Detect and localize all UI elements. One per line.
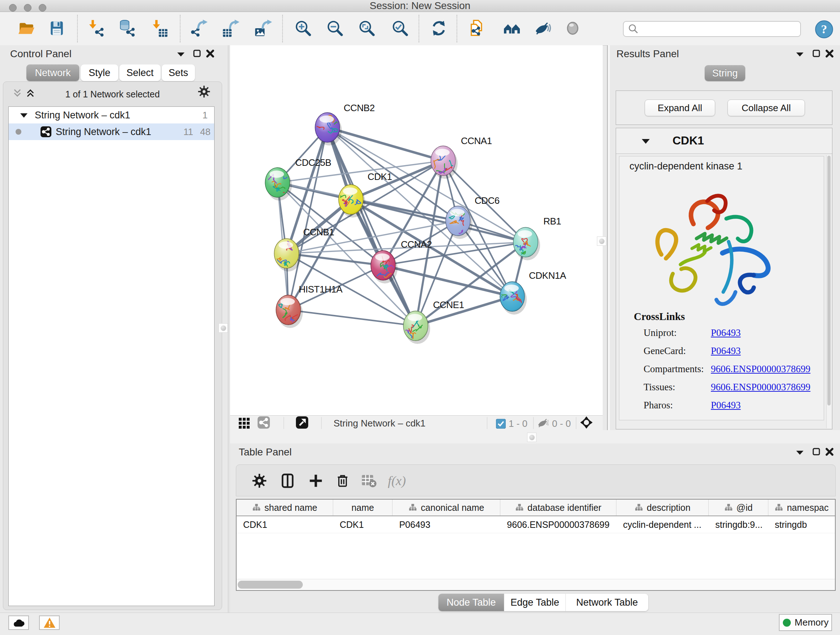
crosslink-pharos-link[interactable]: P06493 [711,400,741,411]
zoom-fit-icon[interactable] [357,18,377,38]
cell-namespace[interactable]: stringdb [768,516,835,533]
import-network-database-icon[interactable] [117,18,137,38]
crosslink-label: Uniprot: [644,327,677,339]
import-table-file-icon[interactable] [149,18,169,38]
houses-icon[interactable] [502,18,522,38]
hidden-eye-icon [537,418,549,429]
memory-label: Memory [795,617,829,628]
hidden-count: 0 - 0 [552,418,571,429]
float-panel-icon[interactable] [810,48,823,59]
network-row-selected[interactable]: String Network – cdk1 11 48 [9,124,214,140]
zoom-selected-icon[interactable] [390,18,410,38]
table-scrollbar-thumb[interactable] [238,581,303,589]
close-panel-icon[interactable] [823,447,836,457]
toolbar-separator [180,15,180,42]
selected-checkbox-icon[interactable] [494,418,507,429]
results-scrollbar-thumb[interactable] [827,156,831,405]
zoom-out-icon[interactable] [325,18,345,38]
tab-edge-table[interactable]: Edge Table [504,594,566,611]
import-network-file-icon[interactable] [85,18,106,38]
export-network-icon[interactable] [189,18,210,38]
tab-sets[interactable]: Sets [162,65,195,81]
gene-expander-icon[interactable] [641,138,650,144]
network-collection-row[interactable]: String Network – cdk1 1 [9,107,214,124]
view-share-icon[interactable] [257,417,270,428]
help-icon[interactable]: ? [814,19,834,40]
delete-table-icon[interactable] [361,472,378,489]
table-panel-divider-handle[interactable] [527,432,537,442]
crosslink-genecard-link[interactable]: P06493 [711,345,741,356]
crosslink-compartments-link[interactable]: 9606.ENSP00000378699 [711,363,810,375]
collection-expander-icon[interactable] [20,112,28,118]
tab-network-table[interactable]: Network Table [566,594,648,611]
close-panel-icon[interactable] [204,48,216,59]
add-column-icon[interactable] [307,472,325,489]
cell-description[interactable]: cyclin-dependent ... [616,516,709,533]
cloud-status-button[interactable] [8,616,29,630]
network-list-panel: 1 of 1 Network selected String Network –… [3,81,222,610]
tab-string[interactable]: String [705,65,745,81]
table-header-row: shared name name canonical name database… [237,500,835,516]
table-gear-icon[interactable] [251,472,268,489]
delete-column-icon[interactable] [334,472,351,489]
export-table-icon[interactable] [221,18,241,38]
network-canvas[interactable]: CCNB2CCNA1CDC25BCDK1CDC6RB1CCNB1CCNA2CDK… [230,45,603,415]
node-position-crosshair-icon[interactable] [580,417,592,428]
cell-canonical-name[interactable]: P06493 [393,516,500,533]
table-row[interactable]: CDK1 CDK1 P06493 9606.ENSP00000378699 cy… [237,516,835,533]
show-columns-icon[interactable] [279,472,296,489]
crosslink-tissues-link[interactable]: 9606.ENSP00000378699 [711,382,810,393]
column-header-id[interactable]: @id [709,500,768,516]
column-header-canonical-name[interactable]: canonical name [393,500,500,516]
crosslink-uniprot-link[interactable]: P06493 [711,327,741,339]
memory-button[interactable]: Memory [779,614,832,631]
collapse-panel-icon[interactable] [794,49,806,60]
table-horizontal-scrollbar[interactable] [237,579,835,590]
titlebar: Session: New Session [0,0,840,12]
zoom-in-icon[interactable] [293,18,313,38]
function-builder-icon[interactable]: f(x) [388,472,406,489]
column-header-namespace[interactable]: namespac [768,500,835,516]
collapse-panel-icon[interactable] [175,49,187,60]
open-session-icon[interactable] [16,18,36,38]
gene-header-row[interactable]: CDK1 [616,128,832,154]
tab-node-table[interactable]: Node Table [439,594,504,611]
control-panel-divider-handle[interactable] [218,323,228,333]
cell-database-identifier[interactable]: 9606.ENSP00000378699 [500,516,616,533]
hide-selected-eye-icon[interactable] [532,18,552,38]
toolbar-separator [456,15,457,42]
collapse-panel-icon[interactable] [794,447,806,458]
save-session-icon[interactable] [47,18,67,38]
column-header-description[interactable]: description [616,500,709,516]
cell-name[interactable]: CDK1 [333,516,393,533]
results-panel: Results Panel String Expand All Collapse… [610,45,840,430]
warning-status-button[interactable] [39,616,60,630]
collapse-all-button[interactable]: Collapse All [728,100,805,116]
results-panel-divider-handle[interactable] [597,236,606,246]
view-grid-icon[interactable] [238,418,250,429]
search-input[interactable] [642,22,800,36]
column-header-shared-name[interactable]: shared name [237,500,333,516]
clone-network-icon[interactable] [467,18,487,38]
tab-network[interactable]: Network [27,65,79,81]
tab-style[interactable]: Style [81,65,118,81]
expand-all-button[interactable]: Expand All [645,100,715,116]
memory-status-dot [783,618,791,627]
birdseye-view-icon[interactable] [296,417,308,428]
close-panel-icon[interactable] [823,48,836,59]
column-header-database-identifier[interactable]: database identifier [500,500,616,516]
results-scrollbar[interactable] [826,155,831,428]
cell-id[interactable]: stringdb:9... [709,516,768,533]
results-buttons-box: Expand All Collapse All [616,90,832,125]
export-image-icon[interactable] [253,18,273,38]
column-header-name[interactable]: name [333,500,393,516]
float-panel-icon[interactable] [191,48,203,59]
network-options-gear-icon[interactable] [198,86,210,97]
node-table: shared name name canonical name database… [236,499,836,591]
tab-select[interactable]: Select [119,65,161,81]
show-all-eye-icon[interactable] [562,18,583,38]
search-box [623,21,801,37]
refresh-view-icon[interactable] [429,18,449,38]
float-panel-icon[interactable] [810,447,823,457]
cell-shared-name[interactable]: CDK1 [237,516,333,533]
